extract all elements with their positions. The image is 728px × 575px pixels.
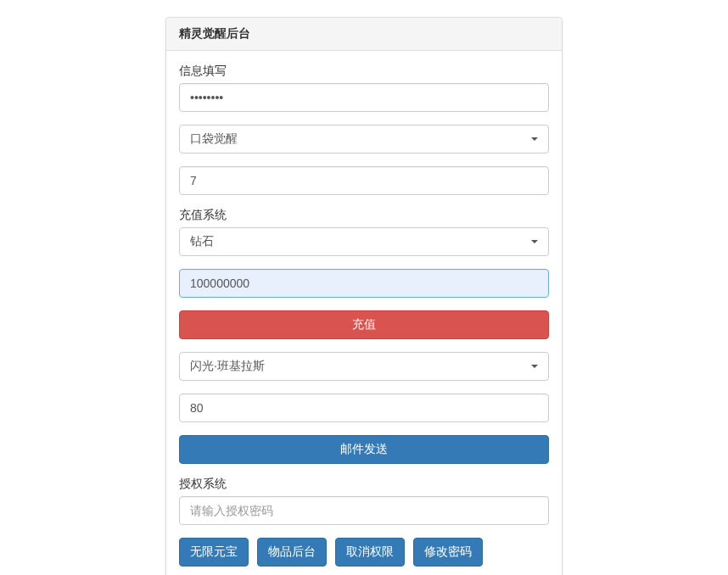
info-label: 信息填写 xyxy=(179,64,549,79)
revoke-permission-button[interactable]: 取消权限 xyxy=(335,538,405,567)
unlimited-button[interactable]: 无限元宝 xyxy=(179,538,249,567)
change-password-button[interactable]: 修改密码 xyxy=(413,538,483,567)
gate-dropdown[interactable]: 口袋觉醒 xyxy=(179,125,549,154)
auth-button-row: 无限元宝 物品后台 取消权限 修改密码 xyxy=(179,538,549,567)
admin-panel: 精灵觉醒后台 信息填写 口袋觉醒 充值系统 钻石 xyxy=(165,17,563,575)
gate-dropdown-toggle[interactable]: 口袋觉醒 xyxy=(179,125,549,154)
panel-heading: 精灵觉醒后台 xyxy=(166,18,562,51)
recharge-button[interactable]: 充值 xyxy=(179,310,549,339)
password-input[interactable] xyxy=(179,83,549,112)
caret-down-icon xyxy=(531,137,538,141)
region-input[interactable] xyxy=(179,166,549,195)
caret-down-icon xyxy=(531,240,538,243)
item-selected-label: 闪光·班基拉斯 xyxy=(190,359,265,372)
item-backend-button[interactable]: 物品后台 xyxy=(257,538,327,567)
auth-label: 授权系统 xyxy=(179,477,549,492)
amount-input[interactable] xyxy=(179,269,549,298)
mail-send-button[interactable]: 邮件发送 xyxy=(179,435,549,464)
panel-title: 精灵觉醒后台 xyxy=(179,26,549,42)
currency-dropdown-toggle[interactable]: 钻石 xyxy=(179,227,549,256)
item-dropdown[interactable]: 闪光·班基拉斯 xyxy=(179,352,549,381)
recharge-label: 充值系统 xyxy=(179,208,549,223)
currency-dropdown[interactable]: 钻石 xyxy=(179,227,549,256)
caret-down-icon xyxy=(531,365,538,368)
gate-selected-label: 口袋觉醒 xyxy=(190,131,238,145)
auth-password-input[interactable] xyxy=(179,496,549,525)
quantity-input[interactable] xyxy=(179,394,549,422)
panel-body: 信息填写 口袋觉醒 充值系统 钻石 xyxy=(166,51,562,575)
currency-selected-label: 钻石 xyxy=(190,234,214,248)
item-dropdown-toggle[interactable]: 闪光·班基拉斯 xyxy=(179,352,549,381)
